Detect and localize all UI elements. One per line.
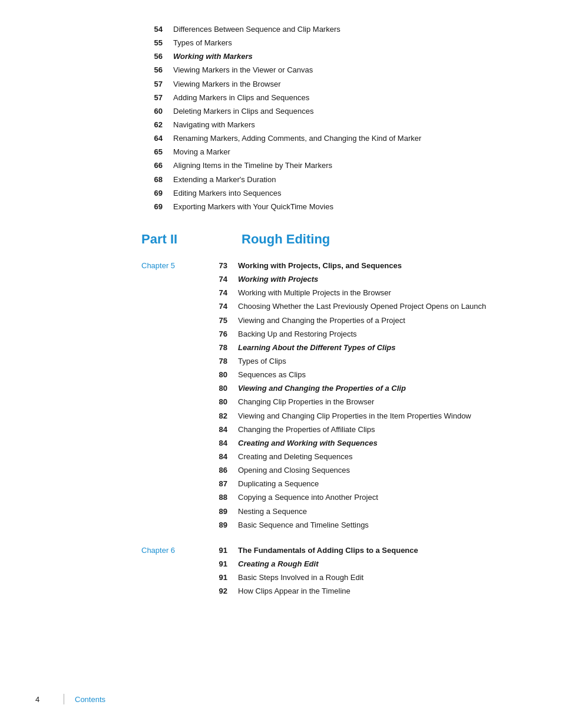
toc-entry: 82Viewing and Changing Clip Properties i… (206, 410, 515, 422)
entry-text: Creating and Deleting Sequences (238, 451, 352, 463)
entry-text: Deleting Markers in Clips and Sequences (173, 106, 313, 117)
toc-entry: 80Changing Clip Properties in the Browse… (206, 396, 515, 408)
entry-text: Adding Markers in Clips and Sequences (173, 92, 309, 104)
toc-entry: 87Duplicating a Sequence (206, 478, 515, 490)
entry-page-num: 73 (206, 260, 227, 272)
toc-entry: 92How Clips Appear in the Timeline (206, 585, 515, 597)
entry-page-num: 78 (206, 355, 227, 367)
entry-text: Creating and Working with Sequences (238, 437, 378, 449)
entry-page-num: 69 (141, 187, 163, 199)
toc-entry: 74Working with Projects (206, 274, 515, 285)
toc-entry: 84Changing the Properties of Affiliate C… (206, 424, 515, 436)
entry-text: Viewing Markers in the Browser (173, 78, 281, 90)
toc-entry: 74Choosing Whether the Last Previously O… (206, 301, 515, 312)
toc-entry: 69Editing Markers into Sequences (141, 187, 515, 199)
entry-text: Duplicating a Sequence (238, 478, 319, 490)
entry-page-num: 62 (141, 119, 163, 131)
entry-page-num: 80 (206, 383, 227, 394)
page-footer: 4 Contents (0, 694, 562, 704)
entry-text: Nesting a Sequence (238, 506, 307, 518)
entry-page-num: 54 (141, 24, 163, 35)
entry-page-num: 74 (206, 287, 227, 299)
entry-text: Viewing and Changing the Properties of a… (238, 383, 406, 394)
toc-entry: 57Viewing Markers in the Browser (141, 78, 515, 90)
entry-page-num: 78 (206, 342, 227, 354)
chapter6-entries: 91The Fundamentals of Adding Clips to a … (206, 545, 515, 599)
toc-entry: 84Creating and Working with Sequences (206, 437, 515, 449)
toc-entry: 89Nesting a Sequence (206, 506, 515, 518)
toc-entry: 78Learning About the Different Types of … (206, 342, 515, 354)
top-entries: 54Differences Between Sequence and Clip … (141, 24, 515, 213)
entry-page-num: 91 (206, 572, 227, 584)
entry-text: Basic Sequence and Timeline Settings (238, 519, 369, 531)
toc-entry: 57Adding Markers in Clips and Sequences (141, 92, 515, 104)
toc-entry: 62Navigating with Markers (141, 119, 515, 131)
entry-page-num: 75 (206, 315, 227, 327)
toc-entry: 56Working with Markers (141, 51, 515, 62)
entry-page-num: 80 (206, 369, 227, 381)
toc-entry: 86Opening and Closing Sequences (206, 465, 515, 476)
toc-entry: 60Deleting Markers in Clips and Sequence… (141, 106, 515, 117)
toc-entry: 69Exporting Markers with Your QuickTime … (141, 201, 515, 213)
entry-text: Backing Up and Restoring Projects (238, 328, 357, 340)
entry-page-num: 68 (141, 174, 163, 186)
toc-entry: 80Viewing and Changing the Properties of… (206, 383, 515, 394)
entry-page-num: 55 (141, 37, 163, 49)
entry-text: Learning About the Different Types of Cl… (238, 342, 395, 354)
chapter6-section: Chapter 6 91The Fundamentals of Adding C… (141, 545, 515, 599)
entry-page-num: 57 (141, 92, 163, 104)
entry-page-num: 91 (206, 545, 227, 556)
entry-page-num: 84 (206, 424, 227, 436)
toc-entry: 66Aligning Items in the Timeline by Thei… (141, 160, 515, 172)
toc-entry: 88Copying a Sequence into Another Projec… (206, 492, 515, 503)
entry-page-num: 88 (206, 492, 227, 503)
footer-page-num: 4 (35, 695, 59, 704)
entry-text: Extending a Marker's Duration (173, 174, 276, 186)
toc-entry: 91Creating a Rough Edit (206, 558, 515, 570)
entry-page-num: 92 (206, 585, 227, 597)
toc-entry: 76Backing Up and Restoring Projects (206, 328, 515, 340)
toc-entry: 75Viewing and Changing the Properties of… (206, 315, 515, 327)
entry-text: Differences Between Sequence and Clip Ma… (173, 24, 340, 35)
entry-text: Editing Markers into Sequences (173, 187, 282, 199)
toc-entry: 89Basic Sequence and Timeline Settings (206, 519, 515, 531)
toc-entry: 68Extending a Marker's Duration (141, 174, 515, 186)
chapter5-entries: 73Working with Projects, Clips, and Sequ… (206, 260, 515, 533)
entry-text: Creating a Rough Edit (238, 558, 319, 570)
toc-entry: 78Types of Clips (206, 355, 515, 367)
entry-text: Sequences as Clips (238, 369, 306, 381)
entry-page-num: 57 (141, 78, 163, 90)
entry-page-num: 84 (206, 451, 227, 463)
part-title: Rough Editing (242, 232, 330, 247)
entry-text: Types of Clips (238, 355, 286, 367)
toc-entry: 55Types of Markers (141, 37, 515, 49)
entry-page-num: 89 (206, 506, 227, 518)
entry-page-num: 80 (206, 396, 227, 408)
entry-page-num: 64 (141, 133, 163, 144)
chapter5-label: Chapter 5 (141, 260, 206, 270)
entry-page-num: 56 (141, 51, 163, 62)
entry-text: Changing Clip Properties in the Browser (238, 396, 374, 408)
entry-text: The Fundamentals of Adding Clips to a Se… (238, 545, 418, 556)
entry-text: Types of Markers (173, 37, 232, 49)
entry-page-num: 74 (206, 274, 227, 285)
toc-entry: 65Moving a Marker (141, 146, 515, 158)
entry-text: Basic Steps Involved in a Rough Edit (238, 572, 363, 584)
entry-text: Renaming Markers, Adding Comments, and C… (173, 133, 421, 144)
entry-text: Choosing Whether the Last Previously Ope… (238, 301, 486, 312)
entry-text: Changing the Properties of Affiliate Cli… (238, 424, 375, 436)
toc-entry: 84Creating and Deleting Sequences (206, 451, 515, 463)
entry-page-num: 56 (141, 64, 163, 76)
entry-page-num: 87 (206, 478, 227, 490)
entry-text: Working with Markers (173, 51, 253, 62)
toc-entry: 64Renaming Markers, Adding Comments, and… (141, 133, 515, 144)
content-area: 54Differences Between Sequence and Clip … (141, 24, 515, 599)
part-heading: Part II Rough Editing (141, 232, 515, 247)
entry-text: Viewing and Changing Clip Properties in … (238, 410, 471, 422)
entry-text: Working with Projects (238, 274, 318, 285)
chapter6-label: Chapter 6 (141, 545, 206, 555)
toc-entry: 73Working with Projects, Clips, and Sequ… (206, 260, 515, 272)
entry-page-num: 91 (206, 558, 227, 570)
toc-entry: 56Viewing Markers in the Viewer or Canva… (141, 64, 515, 76)
entry-text: Working with Projects, Clips, and Sequen… (238, 260, 402, 272)
